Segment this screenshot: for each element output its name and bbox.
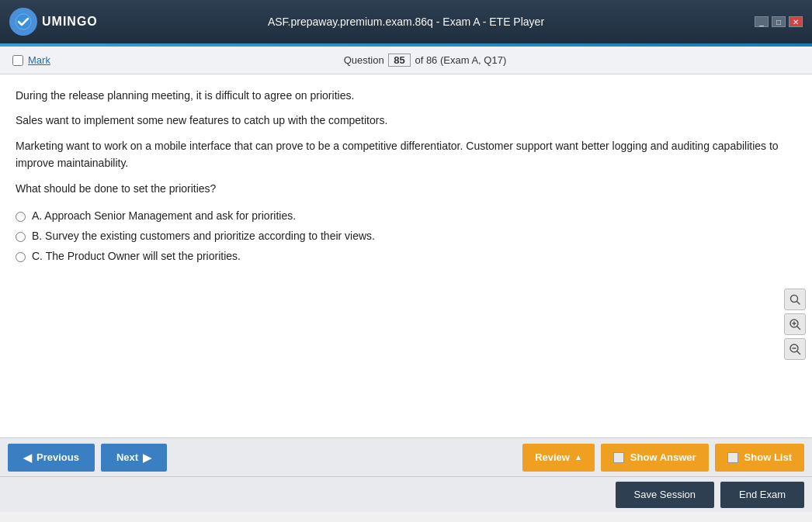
bottom-toolbar-2: Save Session End Exam [0, 476, 812, 512]
review-label: Review [535, 451, 570, 463]
chevron-left-icon: ◀ [23, 451, 32, 464]
question-number: 85 [388, 54, 410, 67]
question-info: Question 85 of 86 (Exam A, Q17) [344, 54, 507, 67]
question-total: of 86 (Exam A, Q17) [415, 54, 506, 66]
end-exam-button[interactable]: End Exam [720, 482, 804, 508]
question-paragraph-3: Marketing want to work on a mobile inter… [16, 137, 796, 172]
show-answer-checkbox-icon [613, 452, 624, 463]
next-label: Next [116, 451, 138, 463]
main-content: During the release planning meeting, it … [0, 74, 812, 437]
previous-label: Previous [36, 451, 79, 463]
mark-container: Mark [12, 54, 50, 66]
answer-option-c: C. The Product Owner will set the priori… [16, 250, 796, 262]
chevron-right-icon: ▶ [143, 451, 151, 464]
svg-line-9 [797, 351, 800, 354]
mark-checkbox[interactable] [12, 55, 23, 66]
svg-line-6 [797, 327, 800, 330]
logo: UMINGO [9, 8, 98, 36]
title-bar: UMINGO ASF.prepaway.premium.exam.86q - E… [0, 0, 812, 43]
answer-text-b: B. Survey the existing customers and pri… [32, 230, 375, 242]
show-answer-label: Show Answer [630, 451, 696, 463]
question-text: During the release planning meeting, it … [16, 87, 796, 197]
search-tool-button[interactable] [784, 289, 806, 310]
show-list-checkbox-icon [727, 452, 738, 463]
zoom-in-button[interactable] [784, 313, 806, 335]
show-list-button[interactable]: Show List [715, 444, 804, 472]
question-paragraph-4: What should be done to set the prioritie… [16, 180, 796, 197]
answer-options: A. Approach Senior Management and ask fo… [16, 209, 796, 262]
answer-text-a: A. Approach Senior Management and ask fo… [32, 209, 296, 222]
question-label: Question [344, 54, 384, 66]
radio-c[interactable] [16, 252, 26, 262]
minimize-button[interactable]: _ [755, 16, 769, 27]
logo-text: UMINGO [42, 15, 98, 29]
show-answer-button[interactable]: Show Answer [601, 444, 709, 472]
save-session-button[interactable]: Save Session [616, 482, 715, 508]
question-paragraph-2: Sales want to implement some new feature… [16, 112, 796, 129]
sidebar-tools [784, 289, 806, 360]
mark-link[interactable]: Mark [28, 54, 50, 66]
previous-button[interactable]: ◀ Previous [8, 444, 95, 472]
maximize-button[interactable]: □ [772, 16, 786, 27]
top-bar: Mark Question 85 of 86 (Exam A, Q17) [0, 47, 812, 74]
radio-b[interactable] [16, 232, 26, 242]
show-list-label: Show List [744, 451, 792, 463]
answer-text-c: C. The Product Owner will set the priori… [32, 250, 241, 262]
radio-a[interactable] [16, 212, 26, 222]
next-button[interactable]: Next ▶ [101, 444, 167, 472]
zoom-out-button[interactable] [784, 338, 806, 360]
review-arrow-icon: ▲ [574, 453, 582, 462]
question-paragraph-1: During the release planning meeting, it … [16, 87, 796, 104]
close-button[interactable]: ✕ [789, 16, 803, 27]
bottom-toolbar: ◀ Previous Next ▶ Review ▲ Show Answer S… [0, 437, 812, 476]
answer-option-a: A. Approach Senior Management and ask fo… [16, 209, 796, 222]
review-button[interactable]: Review ▲ [522, 444, 595, 472]
window-controls: _ □ ✕ [755, 16, 803, 27]
logo-icon [9, 8, 37, 36]
answer-option-b: B. Survey the existing customers and pri… [16, 230, 796, 242]
svg-line-2 [797, 302, 800, 305]
window-title: ASF.prepaway.premium.exam.86q - Exam A -… [268, 16, 544, 28]
